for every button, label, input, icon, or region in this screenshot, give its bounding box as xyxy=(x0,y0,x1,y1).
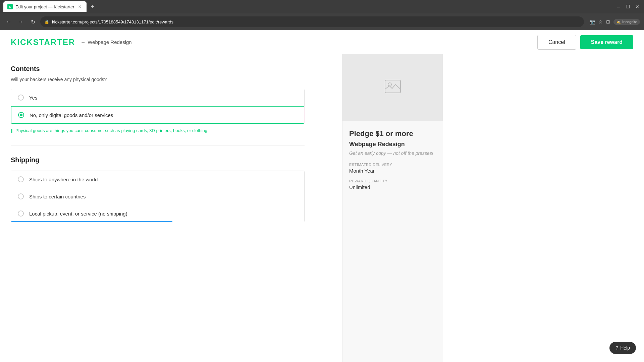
back-button[interactable]: ← xyxy=(4,17,13,26)
help-icon: ? xyxy=(615,345,618,351)
minimize-button[interactable]: – xyxy=(615,3,622,10)
progress-bar xyxy=(11,221,172,222)
restore-button[interactable]: ❐ xyxy=(625,3,631,10)
reward-description: Get an early copy — not off the presses! xyxy=(349,150,436,156)
navigation-bar: ← → ↻ 🔒 kickstarter.com/projects/1705188… xyxy=(0,13,644,30)
info-icon: ℹ xyxy=(11,128,13,134)
estimated-delivery-value: Month Year xyxy=(349,168,436,174)
ships-certain-option[interactable]: Ships to certain countries xyxy=(11,188,304,205)
main-content: Contents Will your backers receive any p… xyxy=(0,54,644,362)
shipping-options-group: Ships to anywhere in the world Ships to … xyxy=(11,171,305,222)
address-bar[interactable]: 🔒 kickstarter.com/projects/1705188549/17… xyxy=(40,16,584,27)
active-tab[interactable]: K Edit your project — Kickstarter ✕ xyxy=(3,1,87,12)
devices-icon[interactable]: ⊞ xyxy=(606,19,610,24)
contents-section: Contents Will your backers receive any p… xyxy=(11,54,305,145)
ships-certain-radio[interactable] xyxy=(18,193,24,199)
local-pickup-label: Local pickup, event, or service (no ship… xyxy=(29,211,127,217)
cancel-button[interactable]: Cancel xyxy=(537,35,576,50)
tab-title: Edit your project — Kickstarter xyxy=(15,4,74,9)
project-name: Webpage Redesign xyxy=(88,39,131,45)
preview-content: Pledge $1 or more Webpage Redesign Get a… xyxy=(342,121,443,203)
close-button[interactable]: ✕ xyxy=(634,3,641,10)
ships-anywhere-radio[interactable] xyxy=(18,176,24,182)
ships-anywhere-option[interactable]: Ships to anywhere in the world xyxy=(11,171,304,188)
hint-text: Physical goods are things you can't cons… xyxy=(15,128,209,133)
yes-label: Yes xyxy=(29,95,37,101)
breadcrumb-arrow: ← xyxy=(80,39,86,45)
url-text: kickstarter.com/projects/1705188549/1748… xyxy=(52,19,580,24)
kickstarter-logo: KICKSTARTER xyxy=(11,38,75,47)
reward-quantity-value: Unlimited xyxy=(349,184,436,190)
incognito-badge: 🕵 Incognito xyxy=(613,19,640,25)
digital-label: No, only digital goods and/or services xyxy=(30,112,113,118)
help-label: Help xyxy=(620,345,630,351)
page: KICKSTARTER ← Webpage Redesign Cancel Sa… xyxy=(0,30,644,362)
preview-image xyxy=(342,54,443,121)
sidebar-preview: Pledge $1 or more Webpage Redesign Get a… xyxy=(342,54,443,362)
camera-off-icon[interactable]: 📷 xyxy=(589,19,595,24)
window-controls: – ❐ ✕ xyxy=(615,3,641,10)
forward-button[interactable]: → xyxy=(16,17,25,26)
local-pickup-radio[interactable] xyxy=(18,210,24,217)
incognito-icon: 🕵 xyxy=(616,20,621,24)
breadcrumb: ← Webpage Redesign xyxy=(80,39,131,45)
image-placeholder-icon xyxy=(385,80,401,96)
shipping-title: Shipping xyxy=(11,156,305,164)
contents-hint: ℹ Physical goods are things you can't co… xyxy=(11,128,305,134)
contents-radio-group: Yes No, only digital goods and/or servic… xyxy=(11,89,305,124)
ships-anywhere-label: Ships to anywhere in the world xyxy=(29,177,98,182)
ships-certain-label: Ships to certain countries xyxy=(29,194,86,199)
logo-text: KICKSTARTER xyxy=(11,38,75,47)
nav-right-icons: 📷 ☆ ⊞ 🕵 Incognito xyxy=(589,19,640,25)
digital-option[interactable]: No, only digital goods and/or services xyxy=(11,106,305,124)
svg-rect-0 xyxy=(385,80,400,93)
incognito-label: Incognito xyxy=(622,20,637,24)
refresh-button[interactable]: ↻ xyxy=(28,17,38,26)
tab-bar: K Edit your project — Kickstarter ✕ + – … xyxy=(0,0,644,13)
estimated-delivery-label: ESTIMATED DELIVERY xyxy=(349,163,436,167)
local-pickup-option[interactable]: Local pickup, event, or service (no ship… xyxy=(11,205,304,222)
form-area: Contents Will your backers receive any p… xyxy=(0,54,315,362)
digital-radio[interactable] xyxy=(18,112,24,118)
tab-favicon: K xyxy=(7,4,13,9)
secure-icon: 🔒 xyxy=(44,19,49,24)
save-reward-button[interactable]: Save reward xyxy=(580,35,633,49)
svg-point-1 xyxy=(388,83,391,86)
bookmark-icon[interactable]: ☆ xyxy=(598,19,603,24)
tab-close-button[interactable]: ✕ xyxy=(77,4,83,9)
reward-meta: ESTIMATED DELIVERY Month Year REWARD QUA… xyxy=(349,163,436,190)
pledge-amount: Pledge $1 or more xyxy=(349,129,436,138)
page-header: KICKSTARTER ← Webpage Redesign Cancel Sa… xyxy=(0,30,644,54)
reward-quantity-label: REWARD QUANTITY xyxy=(349,179,436,183)
new-tab-button[interactable]: + xyxy=(88,2,97,11)
yes-option[interactable]: Yes xyxy=(11,89,304,106)
help-button[interactable]: ? Help xyxy=(609,342,636,354)
header-actions: Cancel Save reward xyxy=(537,35,633,50)
contents-title: Contents xyxy=(11,65,305,73)
shipping-section: Shipping Ships to anywhere in the world … xyxy=(11,145,305,233)
contents-subtitle: Will your backers receive any physical g… xyxy=(11,77,305,82)
reward-title: Webpage Redesign xyxy=(349,141,436,148)
yes-radio[interactable] xyxy=(18,95,24,101)
